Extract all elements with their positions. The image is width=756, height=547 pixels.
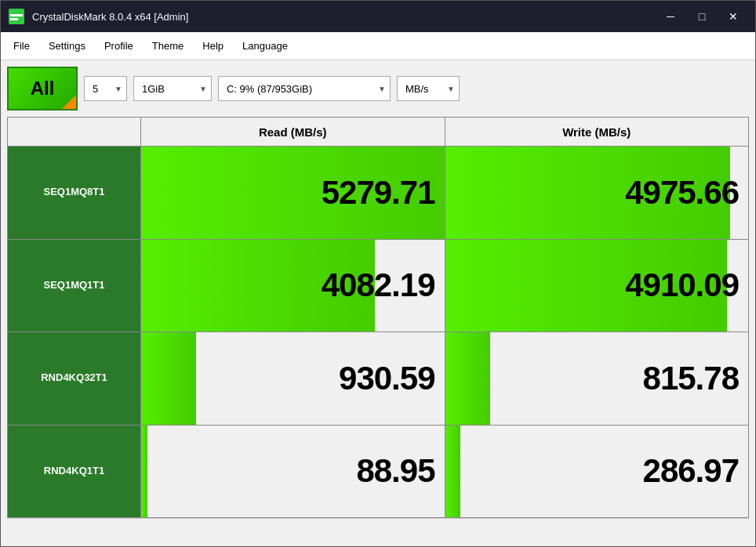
- read-text-rnd4k-q1t1: 88.95: [356, 452, 434, 490]
- read-text-rnd4k-q32t1: 930.59: [339, 360, 434, 397]
- table-header: Read (MB/s) Write (MB/s): [8, 118, 748, 146]
- drive-select[interactable]: C: 9% (87/953GiB): [218, 76, 391, 101]
- menu-theme[interactable]: Theme: [143, 37, 193, 55]
- menu-language[interactable]: Language: [233, 37, 297, 55]
- write-value-rnd4k-q1t1: 286.97: [445, 426, 749, 518]
- read-bar-rnd4k-q32t1: [141, 332, 196, 425]
- count-select-wrapper: 1 3 5 10 ▼: [84, 76, 127, 101]
- read-value-seq1m-q1t1: 4082.19: [141, 240, 445, 332]
- write-text-rnd4k-q1t1: 286.97: [643, 452, 739, 490]
- units-select[interactable]: MB/s GB/s IOPS μs: [397, 76, 460, 101]
- status-bar: [7, 518, 749, 540]
- header-write: Write (MB/s): [445, 118, 749, 146]
- svg-rect-1: [10, 14, 23, 16]
- table-row: SEQ1M Q8T1 5279.71 4975.66: [8, 146, 748, 239]
- window-controls: ─ □ ✕: [655, 1, 749, 32]
- read-bar-rnd4k-q1t1: [141, 426, 147, 518]
- write-bar-rnd4k-q32t1: [445, 332, 491, 425]
- row-label-seq1m-q1t1: SEQ1M Q1T1: [8, 240, 141, 332]
- write-text-seq1m-q1t1: 4910.09: [625, 266, 739, 304]
- menu-file[interactable]: File: [4, 37, 39, 55]
- row-label-rnd4k-q32t1: RND4K Q32T1: [8, 332, 141, 425]
- controls-row: All 1 3 5 10 ▼ 16MiB 64MiB 256MiB 512MiB…: [7, 67, 749, 110]
- drive-select-wrapper: C: 9% (87/953GiB) ▼: [218, 76, 391, 101]
- benchmark-table: Read (MB/s) Write (MB/s) SEQ1M Q8T1 5279…: [7, 117, 749, 518]
- table-row: RND4K Q1T1 88.95 286.97: [8, 425, 748, 518]
- write-value-rnd4k-q32t1: 815.78: [445, 332, 749, 425]
- read-text-seq1m-q8t1: 5279.71: [322, 174, 435, 212]
- read-value-seq1m-q8t1: 5279.71: [141, 147, 445, 239]
- close-button[interactable]: ✕: [718, 1, 749, 32]
- title-bar: CrystalDiskMark 8.0.4 x64 [Admin] ─ □ ✕: [1, 1, 755, 32]
- app-icon: [7, 7, 26, 26]
- read-value-rnd4k-q32t1: 930.59: [141, 332, 445, 425]
- minimize-button[interactable]: ─: [655, 1, 686, 32]
- units-select-wrapper: MB/s GB/s IOPS μs ▼: [397, 76, 460, 101]
- main-window: CrystalDiskMark 8.0.4 x64 [Admin] ─ □ ✕ …: [0, 0, 756, 547]
- menu-settings[interactable]: Settings: [39, 37, 95, 55]
- table-row: RND4K Q32T1 930.59 815.78: [8, 331, 748, 425]
- count-select[interactable]: 1 3 5 10: [84, 76, 127, 101]
- svg-rect-2: [10, 18, 18, 20]
- menu-profile[interactable]: Profile: [95, 37, 143, 55]
- write-text-rnd4k-q32t1: 815.78: [643, 360, 739, 397]
- table-row: SEQ1M Q1T1 4082.19 4910.09: [8, 239, 748, 332]
- content-area: All 1 3 5 10 ▼ 16MiB 64MiB 256MiB 512MiB…: [1, 60, 755, 546]
- window-title: CrystalDiskMark 8.0.4 x64 [Admin]: [32, 11, 655, 23]
- maximize-button[interactable]: □: [686, 1, 718, 32]
- size-select-wrapper: 16MiB 64MiB 256MiB 512MiB 1GiB 2GiB 4GiB…: [133, 76, 212, 101]
- write-value-seq1m-q8t1: 4975.66: [445, 147, 749, 239]
- header-label-cell: [8, 118, 141, 146]
- all-button[interactable]: All: [7, 67, 78, 110]
- row-label-seq1m-q8t1: SEQ1M Q8T1: [8, 147, 141, 239]
- menu-help[interactable]: Help: [193, 37, 233, 55]
- size-select[interactable]: 16MiB 64MiB 256MiB 512MiB 1GiB 2GiB 4GiB: [133, 76, 212, 101]
- write-text-seq1m-q8t1: 4975.66: [625, 174, 739, 212]
- row-label-rnd4k-q1t1: RND4K Q1T1: [8, 426, 141, 518]
- menu-bar: File Settings Profile Theme Help Languag…: [1, 32, 755, 60]
- read-value-rnd4k-q1t1: 88.95: [141, 426, 445, 518]
- write-bar-rnd4k-q1t1: [445, 426, 460, 518]
- write-value-seq1m-q1t1: 4910.09: [445, 240, 749, 332]
- header-read: Read (MB/s): [141, 118, 445, 146]
- read-text-seq1m-q1t1: 4082.19: [322, 266, 435, 304]
